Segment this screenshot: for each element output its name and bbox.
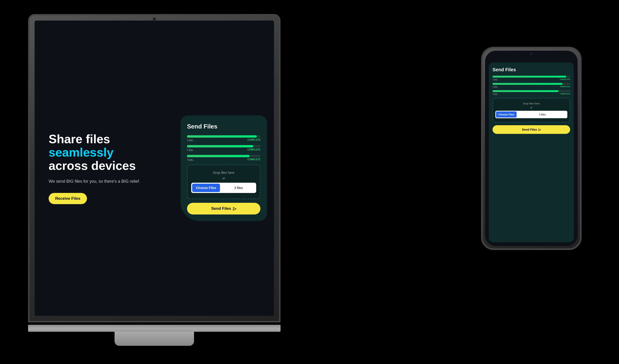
laptop-send-arrow: ▷ (233, 206, 236, 211)
progress-bar-fill-2 (187, 145, 253, 148)
phone-progress-bar-fill-2 (492, 83, 563, 85)
progress-complete-3: COMPLETE (247, 158, 260, 161)
laptop-foot (114, 332, 194, 346)
phone-camera (530, 53, 533, 55)
phone-choose-files-button[interactable]: Choose Files (496, 111, 517, 118)
hero-title-accent: seamlessly (49, 146, 114, 159)
hero-title-plain: Share files (49, 132, 110, 146)
phone-progress-label-1: 1.jpg... COMPLETE (492, 78, 570, 81)
progress-bar-fill-1 (187, 135, 257, 138)
progress-item-2: 2.jpg... COMPLETE (187, 145, 260, 151)
phone-progress-bar-fill-1 (492, 76, 566, 78)
progress-label-3: 3.jpg... COMPLETE (187, 158, 260, 161)
hero-section: Share files seamlessly across devices We… (49, 133, 142, 204)
progress-bar-bg-2 (187, 145, 260, 148)
phone-send-btn-label: Send Files (522, 128, 537, 131)
progress-item-1: 1.jpg... COMPLETE (187, 135, 260, 141)
receive-files-button[interactable]: Receive Files (49, 193, 87, 204)
laptop-card-title: Send Files (187, 123, 260, 130)
phone-progress-bar-bg-3 (492, 90, 570, 92)
laptop-choose-files-button[interactable]: Choose Files (192, 184, 220, 192)
phone: Send Files 1.jpg... COMPLETE (481, 47, 582, 250)
progress-item-3: 3.jpg... COMPLETE (187, 155, 260, 161)
phone-content: Send Files 1.jpg... COMPLETE (489, 62, 574, 242)
laptop-drop-zone-text: Drop files here (191, 171, 256, 175)
phone-drop-zone-text: Drop files here (495, 102, 567, 105)
progress-filename-1: 1.jpg... (187, 138, 195, 141)
phone-progress-label-3: 3.jpg... COMPLETE (492, 93, 570, 95)
progress-filename-2: 2.jpg... (187, 148, 195, 151)
phone-progress-filename-2: 2.jpg... (492, 85, 499, 88)
phone-file-input-row: Choose Files 3 files (495, 111, 567, 118)
phone-progress-item-2: 2.jpg... COMPLETE (492, 83, 570, 88)
phone-progress-complete-2: COMPLETE (560, 85, 570, 88)
phone-screen: Send Files 1.jpg... COMPLETE (485, 51, 578, 246)
progress-bar-fill-3 (187, 155, 249, 157)
laptop-file-count: 3 files (221, 186, 256, 190)
phone-progress-filename-3: 3.jpg... (492, 93, 499, 95)
laptop: Share files seamlessly across devices We… (28, 14, 281, 346)
screen-content: Share files seamlessly across devices We… (35, 21, 274, 316)
progress-bar-bg-3 (187, 155, 260, 157)
phone-progress-label-2: 2.jpg... COMPLETE (492, 85, 570, 88)
laptop-send-button[interactable]: Send Files ▷ (187, 203, 260, 215)
scene: Share files seamlessly across devices We… (0, 0, 619, 364)
phone-send-button[interactable]: Send Files ▷ (492, 125, 570, 134)
progress-complete-2: COMPLETE (247, 148, 260, 151)
hero-title-suffix: across devices (49, 159, 136, 172)
laptop-camera (153, 17, 156, 21)
phone-file-count: 3 files (517, 113, 567, 116)
phone-send-arrow: ▷ (539, 128, 541, 131)
phone-card-title: Send Files (492, 67, 570, 72)
laptop-body: Share files seamlessly across devices We… (28, 14, 281, 323)
progress-label-1: 1.jpg... COMPLETE (187, 138, 260, 141)
phone-drop-zone[interactable]: Drop files here or Choose Files 3 files (492, 98, 570, 122)
phone-progress-item-1: 1.jpg... COMPLETE (492, 76, 570, 81)
laptop-send-btn-label: Send Files (211, 206, 231, 211)
phone-drop-zone-or: or (495, 106, 567, 109)
laptop-app-card: Send Files 1.jpg... COMPLETE (181, 115, 267, 221)
hero-subtitle: We send BIG files for you, so there's a … (49, 178, 142, 184)
phone-progress-bar-bg-2 (492, 83, 570, 85)
laptop-screen: Share files seamlessly across devices We… (35, 21, 274, 316)
laptop-base (28, 325, 281, 332)
laptop-drop-zone[interactable]: Drop files here or Choose Files 3 files (187, 165, 260, 199)
phone-progress-bar-bg-1 (492, 76, 570, 78)
phone-body: Send Files 1.jpg... COMPLETE (481, 47, 582, 250)
progress-filename-3: 3.jpg... (187, 158, 195, 161)
phone-progress-item-3: 3.jpg... COMPLETE (492, 90, 570, 95)
phone-progress-filename-1: 1.jpg... (492, 78, 499, 81)
phone-progress-complete-1: COMPLETE (560, 78, 570, 81)
phone-progress-complete-3: COMPLETE (560, 93, 570, 95)
progress-bar-bg-1 (187, 135, 260, 138)
laptop-file-input-row: Choose Files 3 files (191, 183, 256, 193)
hero-title: Share files seamlessly across devices (49, 133, 142, 173)
progress-complete-1: COMPLETE (247, 138, 260, 141)
progress-label-2: 2.jpg... COMPLETE (187, 148, 260, 151)
laptop-drop-zone-or: or (191, 176, 256, 180)
phone-progress-bar-fill-3 (492, 90, 559, 92)
